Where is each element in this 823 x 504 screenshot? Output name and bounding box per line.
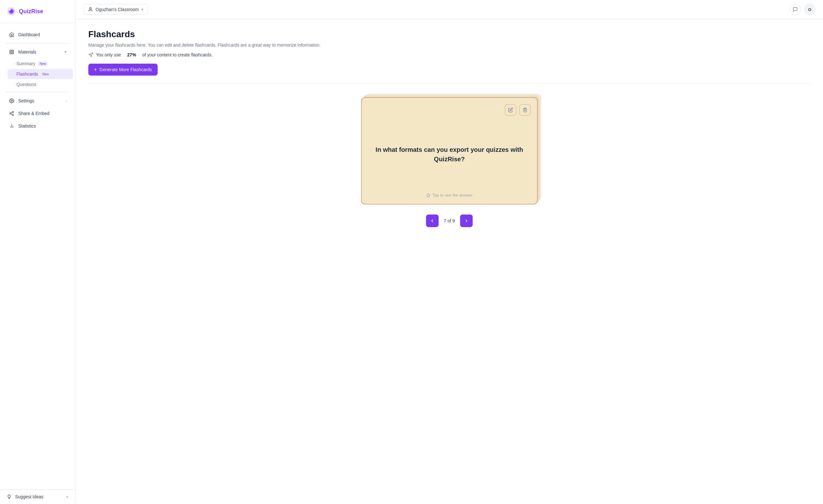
sidebar-item-flashcards[interactable]: Flashcards New	[8, 69, 73, 79]
next-flashcard-button[interactable]	[460, 215, 473, 227]
chevron-right-icon	[464, 218, 469, 223]
quizrise-logo-icon	[6, 6, 16, 16]
questions-label: Questions	[16, 82, 36, 87]
svg-rect-3	[10, 50, 11, 52]
classroom-selector[interactable]: Oguzhan's Classroom ▾	[83, 4, 148, 15]
svg-line-12	[11, 112, 13, 113]
sidebar: QuizRise Dashboard	[0, 0, 76, 504]
sidebar-item-settings[interactable]: Settings ›	[3, 95, 73, 107]
materials-chevron-icon: ▾	[65, 50, 66, 54]
chat-button[interactable]	[790, 4, 801, 15]
settings-chevron-icon: ›	[65, 98, 66, 103]
page-description: Manage your flashcards here. You can edi…	[88, 42, 810, 48]
edit-flashcard-button[interactable]	[505, 104, 516, 115]
trash-icon	[522, 107, 527, 112]
chat-icon	[793, 7, 798, 12]
generate-more-flashcards-button[interactable]: + Generate More Flashcards	[88, 64, 158, 75]
flashcard-container: In what formats can you export your quiz…	[88, 91, 810, 233]
settings-label: Settings	[18, 98, 61, 103]
statistics-label: Statistics	[18, 123, 66, 129]
page-title: Flashcards	[88, 29, 810, 39]
content-area: Flashcards Manage your flashcards here. …	[76, 19, 823, 504]
svg-point-16	[90, 8, 91, 9]
summary-badge: New	[38, 61, 48, 66]
suggest-ideas-label: Suggest Ideas	[15, 494, 43, 499]
svg-point-10	[12, 114, 14, 115]
svg-point-2	[9, 9, 11, 11]
edit-icon	[508, 107, 513, 112]
flashcard-pagination: 7 of 9	[426, 215, 472, 227]
share-embed-label: Share & Embed	[18, 111, 66, 116]
user-initial: O	[808, 7, 811, 12]
flashcard-question: In what formats can you export your quiz…	[368, 120, 531, 188]
sidebar-item-questions[interactable]: Questions	[8, 79, 73, 89]
classroom-name: Oguzhan's Classroom	[96, 7, 139, 12]
suggest-ideas-button[interactable]: Suggest Ideas →	[0, 489, 75, 504]
svg-line-11	[11, 114, 13, 115]
svg-rect-6	[12, 52, 14, 54]
dashboard-label: Dashboard	[18, 32, 66, 37]
svg-rect-4	[12, 50, 14, 52]
home-icon	[9, 32, 14, 37]
usage-percent: 27%	[127, 52, 136, 57]
svg-point-7	[11, 100, 12, 101]
flashcards-badge: New	[40, 72, 50, 76]
materials-children: Summary New Flashcards New Questions	[0, 59, 75, 89]
sidebar-item-summary[interactable]: Summary New	[8, 59, 73, 69]
svg-point-9	[10, 113, 11, 114]
header: Oguzhan's Classroom ▾ O	[76, 0, 823, 19]
user-icon	[88, 7, 93, 12]
flashcards-label: Flashcards	[16, 71, 38, 76]
logo-container: QuizRise	[0, 0, 75, 23]
sidebar-navigation: Dashboard Materials ▾ Summary New	[0, 23, 75, 489]
usage-suffix: of your content to create flashcards.	[142, 52, 212, 57]
materials-icon	[9, 49, 14, 55]
svg-rect-5	[10, 52, 11, 54]
sidebar-item-dashboard[interactable]: Dashboard	[3, 29, 73, 41]
sparkle-icon	[426, 193, 431, 198]
header-actions: O	[790, 4, 815, 15]
delete-flashcard-button[interactable]	[519, 104, 531, 115]
summary-label: Summary	[16, 61, 35, 66]
chevron-left-icon	[430, 218, 435, 223]
svg-marker-17	[427, 193, 431, 197]
flashcard-actions	[368, 104, 531, 115]
sidebar-item-share-embed[interactable]: Share & Embed	[3, 107, 73, 119]
tap-label: Tap to see the answer	[432, 193, 472, 198]
settings-icon	[9, 98, 14, 103]
lightbulb-icon	[6, 494, 12, 500]
svg-point-8	[12, 111, 14, 112]
logo-text: QuizRise	[19, 8, 43, 15]
generate-btn-label: Generate More Flashcards	[99, 67, 152, 72]
nav-divider-2	[5, 92, 70, 92]
materials-label: Materials	[18, 49, 61, 54]
flashcard[interactable]: In what formats can you export your quiz…	[361, 97, 538, 204]
plus-icon: +	[94, 67, 97, 72]
nav-divider-1	[5, 43, 70, 43]
statistics-icon	[9, 123, 14, 129]
usage-notice: You only use 27% of your content to crea…	[88, 52, 810, 57]
main-area: Oguzhan's Classroom ▾ O Flashcards Manag…	[76, 0, 823, 504]
sidebar-item-materials[interactable]: Materials ▾	[3, 46, 73, 58]
prev-flashcard-button[interactable]	[426, 215, 439, 227]
usage-prefix: You only use	[96, 52, 121, 57]
sidebar-item-statistics[interactable]: Statistics	[3, 120, 73, 132]
user-avatar-button[interactable]: O	[804, 4, 815, 15]
section-divider	[88, 83, 810, 83]
suggest-ideas-arrow: →	[65, 494, 69, 499]
flashcard-tap-hint: Tap to see the answer	[368, 188, 531, 198]
megaphone-icon	[88, 52, 93, 57]
share-icon	[9, 110, 14, 116]
pagination-label: 7 of 9	[444, 218, 455, 223]
flashcard-stack: In what formats can you export your quiz…	[361, 97, 538, 204]
classroom-chevron-icon: ▾	[141, 7, 143, 12]
